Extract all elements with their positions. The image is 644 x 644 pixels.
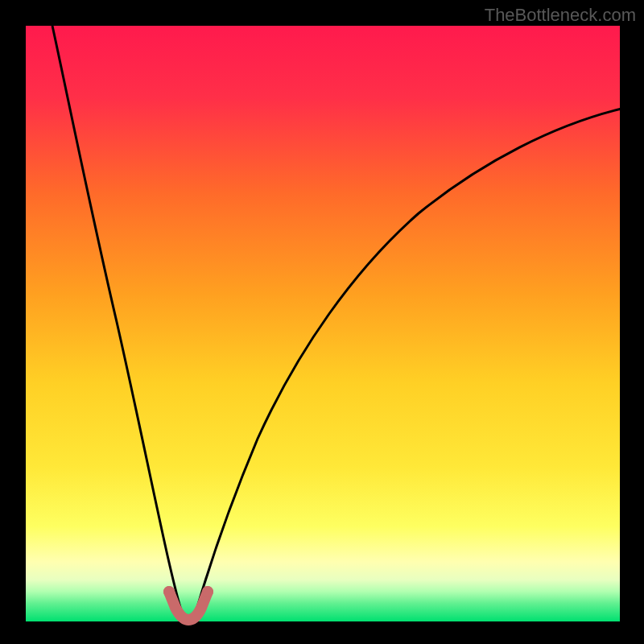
valley-marker-dot	[163, 586, 175, 597]
chart-frame: TheBottleneck.com	[0, 0, 644, 644]
chart-svg	[0, 0, 644, 644]
valley-marker-dot	[202, 586, 213, 597]
watermark-text: TheBottleneck.com	[485, 5, 636, 26]
